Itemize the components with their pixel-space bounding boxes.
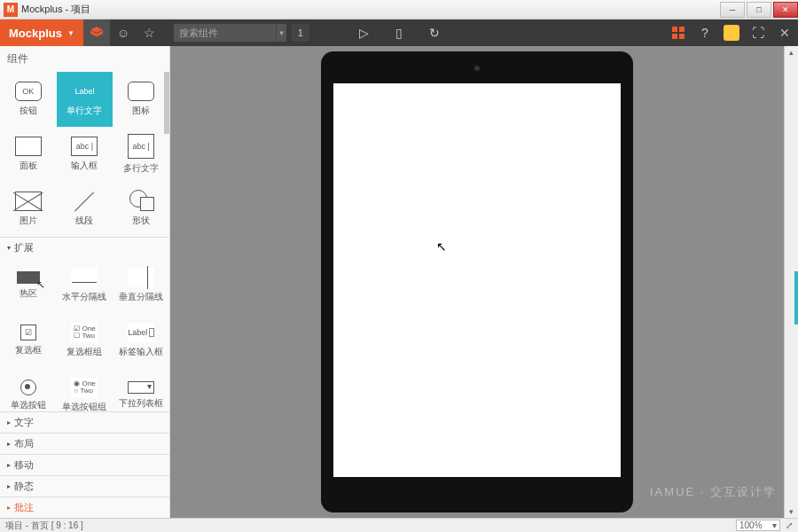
- comp-input[interactable]: abc |输入框: [57, 127, 113, 182]
- triangle-down-icon: ▾: [7, 244, 11, 252]
- comp-checkbox[interactable]: ☑复选框: [0, 313, 57, 368]
- vrule-icon: [128, 268, 154, 287]
- label-icon: Label: [71, 82, 98, 101]
- chevron-down-icon: ▾: [772, 520, 777, 530]
- sync-icon[interactable]: ↻: [421, 20, 448, 46]
- component-grid-ext: 热区 水平分隔线 垂直分隔线 ☑复选框 ☑ One ☐ Two复选框组 Labe…: [0, 258, 169, 411]
- section-text[interactable]: ▸文字: [0, 411, 169, 433]
- device-screen[interactable]: [333, 83, 621, 477]
- maximize-button[interactable]: □: [747, 2, 771, 18]
- triangle-right-icon: ▸: [7, 482, 11, 490]
- radio-icon: [20, 379, 36, 395]
- window-title: Mockplus - 项目: [21, 3, 718, 16]
- watermark: IAMUE · 交互设计学: [650, 484, 777, 500]
- line-icon: [71, 192, 98, 211]
- comp-dropdown[interactable]: 下拉列表框: [113, 368, 169, 411]
- comp-vrule[interactable]: 垂直分隔线: [113, 258, 169, 313]
- comp-shape[interactable]: 形状: [113, 182, 169, 237]
- titlebar: M Mockplus - 项目 ─ □ ✕: [0, 0, 798, 20]
- comp-labelinput[interactable]: Label标签输入框: [113, 313, 169, 368]
- smiley-icon[interactable]: ☺: [110, 20, 137, 46]
- grid-icon[interactable]: [665, 20, 692, 46]
- svg-rect-0: [672, 27, 677, 32]
- comp-radio[interactable]: 单选按钮: [0, 368, 57, 411]
- svg-rect-1: [679, 27, 685, 32]
- search-dropdown-icon[interactable]: ▼: [276, 24, 286, 42]
- components-tab-icon[interactable]: [83, 20, 110, 46]
- hotspot-icon: [17, 271, 40, 284]
- component-grid-basic: OK按钮 Label单行文字 图标 面板 abc |输入框 abc |多行文字 …: [0, 72, 169, 237]
- sidebar: 组件 OK按钮 Label单行文字 图标 面板 abc |输入框 abc |多行…: [0, 46, 170, 518]
- emoji-icon[interactable]: [718, 20, 745, 46]
- image-icon: [15, 192, 42, 211]
- zoom-select[interactable]: 100%▾: [736, 520, 780, 531]
- checkgroup-icon: ☑ One ☐ Two: [71, 323, 98, 342]
- comp-hotspot[interactable]: 热区: [0, 258, 57, 313]
- close-button[interactable]: ✕: [773, 2, 798, 18]
- comp-button[interactable]: OK按钮: [0, 72, 57, 127]
- section-ext[interactable]: ▾扩展: [0, 237, 169, 258]
- scroll-marker[interactable]: [794, 271, 798, 325]
- canvas[interactable]: ↖ IAMUE · 交互设计学: [170, 46, 784, 518]
- dropdown-icon: [128, 381, 154, 394]
- vertical-scrollbar[interactable]: ▴ ▾: [784, 46, 798, 518]
- checkbox-icon: ☑: [20, 325, 36, 340]
- panel-icon: [15, 137, 42, 156]
- comp-line[interactable]: 线段: [57, 182, 113, 237]
- labelinput-icon: Label: [128, 323, 154, 342]
- triangle-right-icon: ▸: [7, 440, 11, 448]
- comp-radiogroup[interactable]: ◉ One ○ Two单选按钮组: [57, 368, 113, 411]
- chevron-down-icon: ▼: [67, 29, 74, 37]
- brand-menu[interactable]: Mockplus ▼: [0, 20, 83, 46]
- section-move[interactable]: ▸移动: [0, 454, 169, 475]
- camera-dot: [474, 66, 480, 71]
- comp-hrule[interactable]: 水平分隔线: [57, 258, 113, 313]
- sidebar-header: 组件: [0, 46, 169, 72]
- triangle-right-icon: ▸: [7, 504, 11, 512]
- page-number[interactable]: 1: [292, 24, 309, 42]
- svg-rect-2: [672, 34, 677, 39]
- shape-icon: [128, 192, 154, 211]
- fullscreen-icon[interactable]: ⛶: [745, 20, 771, 46]
- comp-image[interactable]: 图片: [0, 182, 57, 237]
- hrule-icon: [71, 268, 98, 287]
- section-annot[interactable]: ▸批注: [0, 497, 169, 518]
- panel-close-icon[interactable]: ✕: [771, 26, 798, 40]
- search-input[interactable]: [174, 24, 276, 42]
- brand-label: Mockplus: [9, 27, 62, 40]
- section-static[interactable]: ▸静态: [0, 475, 169, 497]
- triangle-right-icon: ▸: [7, 461, 11, 469]
- statusbar: 项目 - 首页 [ 9 : 16 ] 100%▾ ⤢: [0, 518, 798, 532]
- svg-rect-3: [679, 34, 685, 39]
- textarea-icon: abc |: [128, 134, 154, 159]
- input-icon: abc |: [71, 137, 98, 156]
- comp-label[interactable]: Label单行文字: [57, 72, 113, 127]
- app-logo: M: [4, 3, 18, 17]
- play-icon[interactable]: ▷: [350, 20, 377, 46]
- cursor-icon: ↖: [436, 239, 447, 254]
- triangle-right-icon: ▸: [7, 419, 11, 426]
- minimize-button[interactable]: ─: [720, 2, 745, 18]
- toolbar: Mockplus ▼ ☺ ☆ ▼ 1 ▷ ▯ ↻ ? ⛶ ✕: [0, 20, 798, 46]
- star-icon[interactable]: ☆: [137, 20, 163, 46]
- icon-icon: [128, 82, 154, 101]
- comp-textarea[interactable]: abc |多行文字: [113, 127, 169, 182]
- zoom-fit-icon[interactable]: ⤢: [786, 520, 793, 530]
- sidebar-scrollbar[interactable]: [164, 72, 169, 134]
- section-layout[interactable]: ▸布局: [0, 433, 169, 454]
- comp-icon[interactable]: 图标: [113, 72, 169, 127]
- button-icon: OK: [15, 82, 42, 101]
- status-left: 项目 - 首页 [ 9 : 16 ]: [5, 520, 83, 532]
- radiogroup-icon: ◉ One ○ Two: [71, 378, 98, 397]
- comp-panel[interactable]: 面板: [0, 127, 57, 182]
- comp-checkgroup[interactable]: ☑ One ☐ Two复选框组: [57, 313, 113, 368]
- help-icon[interactable]: ?: [692, 20, 718, 46]
- scroll-down-icon[interactable]: ▾: [785, 505, 798, 518]
- device-icon[interactable]: ▯: [386, 20, 412, 46]
- scroll-up-icon[interactable]: ▴: [785, 46, 798, 59]
- device-frame: [321, 51, 633, 512]
